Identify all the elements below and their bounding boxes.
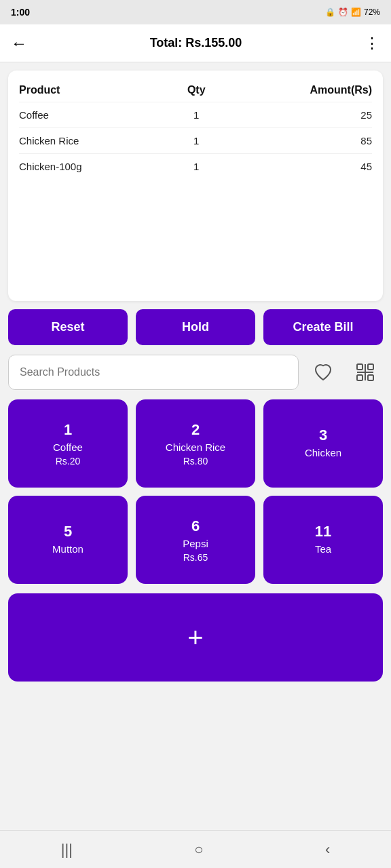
bottom-nav: ||| ○ ‹ [0, 830, 391, 868]
svg-rect-1 [368, 364, 373, 370]
product-number: 5 [64, 523, 72, 540]
product-name: Pepsi [183, 538, 208, 549]
back-button[interactable]: ← [11, 34, 27, 53]
product-card[interactable]: 2 Chicken Rice Rs.80 [136, 399, 255, 488]
table-row: Coffee 1 25 [19, 102, 372, 128]
row-amount: 85 [219, 128, 372, 154]
nav-back-button[interactable]: ‹ [325, 841, 330, 859]
svg-rect-2 [357, 375, 362, 380]
row-qty: 1 [174, 102, 219, 128]
row-product: Chicken-100g [19, 154, 174, 180]
product-card[interactable]: 11 Tea [263, 496, 383, 584]
col-header-amount: Amount(Rs) [219, 79, 372, 102]
svg-rect-3 [368, 375, 373, 380]
lock-icon: 🔒 [325, 7, 335, 17]
status-icons: 🔒 ⏰ 📶 72% [325, 7, 380, 17]
more-button[interactable]: ⋮ [365, 35, 380, 52]
nav-home-button[interactable]: ○ [194, 841, 203, 859]
product-card[interactable]: 3 Chicken [263, 399, 383, 488]
reset-button[interactable]: Reset [8, 309, 128, 345]
table-row: Chicken-100g 1 45 [19, 154, 372, 180]
product-card[interactable]: 5 Mutton [8, 496, 128, 584]
row-amount: 25 [219, 102, 372, 128]
page-title: Total: Rs.155.00 [150, 36, 242, 50]
nav-menu-button[interactable]: ||| [61, 841, 73, 859]
product-number: 2 [191, 421, 200, 439]
col-header-product: Product [19, 79, 174, 102]
col-header-qty: Qty [174, 79, 219, 102]
row-amount: 45 [219, 154, 372, 180]
product-price: Rs.80 [183, 456, 208, 467]
product-name: Mutton [52, 543, 83, 555]
top-bar: ← Total: Rs.155.00 ⋮ [0, 24, 391, 62]
product-card[interactable]: 1 Coffee Rs.20 [8, 399, 128, 488]
plus-icon: + [187, 624, 203, 651]
add-row: + [8, 593, 383, 682]
scan-button[interactable] [348, 355, 383, 390]
alarm-icon: ⏰ [338, 7, 348, 17]
row-product: Coffee [19, 102, 174, 128]
search-container [8, 355, 383, 390]
product-number: 6 [191, 517, 200, 535]
status-bar: 1:00 🔒 ⏰ 📶 72% [0, 0, 391, 24]
product-grid: 1 Coffee Rs.20 2 Chicken Rice Rs.80 3 Ch… [8, 399, 383, 584]
product-number: 1 [64, 421, 72, 439]
status-time: 1:00 [11, 7, 30, 18]
scan-icon [354, 361, 376, 383]
order-table-container: Product Qty Amount(Rs) Coffee 1 25 Chick… [8, 71, 383, 301]
action-buttons: Reset Hold Create Bill [8, 309, 383, 345]
svg-rect-0 [357, 364, 362, 370]
product-card[interactable]: 6 Pepsi Rs.65 [136, 496, 255, 584]
product-name: Chicken [305, 447, 341, 458]
row-product: Chicken Rice [19, 128, 174, 154]
product-price: Rs.65 [183, 552, 208, 563]
product-name: Coffee [53, 441, 83, 453]
row-qty: 1 [174, 154, 219, 180]
battery-text: 72% [364, 7, 380, 17]
favourites-button[interactable] [305, 355, 341, 390]
heart-icon [312, 361, 334, 383]
wifi-icon: 📶 [351, 7, 361, 17]
add-product-button[interactable]: + [8, 593, 383, 682]
product-number: 11 [315, 523, 331, 540]
hold-button[interactable]: Hold [136, 309, 255, 345]
table-row: Chicken Rice 1 85 [19, 128, 372, 154]
order-table: Product Qty Amount(Rs) Coffee 1 25 Chick… [19, 79, 372, 179]
product-name: Chicken Rice [166, 441, 225, 453]
product-name: Tea [315, 543, 331, 555]
product-number: 3 [319, 427, 327, 444]
product-price: Rs.20 [56, 456, 81, 467]
create-bill-button[interactable]: Create Bill [263, 309, 383, 345]
row-qty: 1 [174, 128, 219, 154]
search-input[interactable] [8, 355, 299, 390]
